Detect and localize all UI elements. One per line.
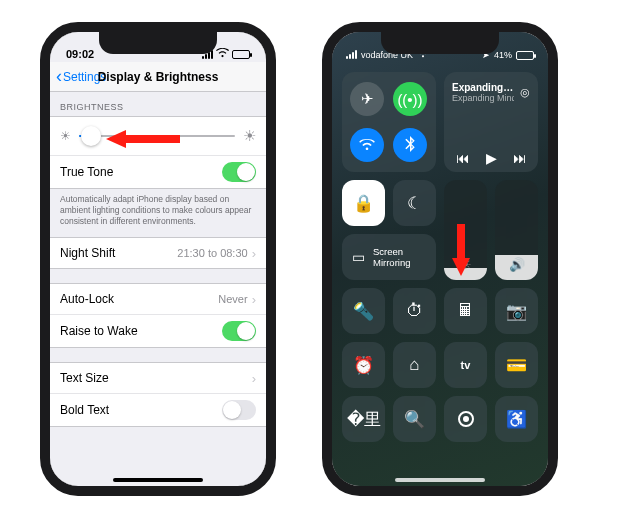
flashlight-icon: 🔦 [353, 301, 374, 322]
slider-thumb[interactable] [81, 126, 101, 146]
lock-icon: 🔒 [353, 193, 374, 214]
record-button[interactable] [444, 396, 487, 442]
magnifier-button[interactable]: 🔍 [393, 396, 436, 442]
battery-percent: 41% [494, 50, 512, 60]
bold-text-row[interactable]: Bold Text [50, 393, 266, 426]
chevron-right-icon: › [252, 371, 256, 386]
magnifier-icon: 🔍 [404, 409, 425, 430]
appletv-label: tv [461, 359, 471, 371]
next-track-button[interactable]: ⏭ [513, 150, 527, 166]
previous-track-button[interactable]: ⏮ [456, 150, 470, 166]
raise-to-wake-switch[interactable] [222, 321, 256, 341]
cellular-toggle[interactable]: ((•)) [393, 82, 427, 116]
phone-control-center: vodafone UK ➤ 41% ✈ ((•)) [322, 22, 558, 496]
qr-icon: �里 [347, 408, 381, 431]
bold-text-label: Bold Text [60, 403, 109, 417]
screen-mirroring-button[interactable]: ▭ Screen Mirroring [342, 234, 436, 280]
phone-settings: 09:02 ‹ Settings Display & Brightness BR… [40, 22, 276, 496]
control-center-grid: ✈ ((•)) Expanding Min… Expanding Mind ◎ [342, 72, 538, 442]
battery-icon [516, 51, 534, 60]
accessibility-icon: ♿ [506, 409, 527, 430]
volume-slider[interactable]: 🔊 [495, 180, 538, 280]
flashlight-button[interactable]: 🔦 [342, 288, 385, 334]
night-shift-label: Night Shift [60, 246, 115, 260]
true-tone-label: True Tone [60, 165, 113, 179]
home-indicator[interactable] [113, 478, 203, 482]
text-size-label: Text Size [60, 371, 109, 385]
alarm-icon: ⏰ [353, 355, 374, 376]
media-subtitle: Expanding Mind [452, 93, 514, 103]
nav-bar: ‹ Settings Display & Brightness [50, 62, 266, 92]
notch [99, 32, 217, 54]
section-header-brightness: BRIGHTNESS [50, 92, 266, 116]
night-shift-row[interactable]: Night Shift 21:30 to 08:30› [50, 238, 266, 268]
camera-icon: 📷 [506, 301, 527, 322]
qr-scanner-button[interactable]: �里 [342, 396, 385, 442]
brightness-slider[interactable]: ☀ [444, 180, 487, 280]
record-icon [458, 411, 474, 427]
chevron-right-icon: › [252, 246, 256, 261]
sun-max-icon: ☀ [243, 127, 256, 145]
bold-text-switch[interactable] [222, 400, 256, 420]
text-size-row[interactable]: Text Size › [50, 363, 266, 393]
night-shift-value: 21:30 to 08:30 [177, 247, 247, 259]
media-title: Expanding Min… [452, 82, 514, 93]
wifi-toggle[interactable] [350, 128, 384, 162]
timer-button[interactable]: ⏱ [393, 288, 436, 334]
airplane-icon: ✈ [361, 90, 374, 108]
sun-min-icon: ☀ [60, 129, 71, 143]
alarm-button[interactable]: ⏰ [342, 342, 385, 388]
status-time: 09:02 [66, 48, 94, 60]
home-button[interactable]: ⌂ [393, 342, 436, 388]
raise-to-wake-label: Raise to Wake [60, 324, 138, 338]
auto-lock-row[interactable]: Auto-Lock Never› [50, 284, 266, 314]
calculator-icon: 🖩 [457, 301, 474, 321]
true-tone-row[interactable]: True Tone [50, 155, 266, 188]
notch [381, 32, 499, 54]
antenna-icon: ((•)) [397, 91, 422, 108]
camera-button[interactable]: 📷 [495, 288, 538, 334]
calculator-button[interactable]: 🖩 [444, 288, 487, 334]
battery-icon [232, 50, 250, 59]
play-button[interactable]: ▶ [486, 150, 497, 166]
true-tone-description: Automatically adapt iPhone display based… [50, 189, 266, 237]
wallet-button[interactable]: 💳 [495, 342, 538, 388]
moon-icon: ☾ [407, 193, 422, 214]
chevron-right-icon: › [252, 292, 256, 307]
sun-icon: ☀ [444, 257, 487, 272]
airplay-icon[interactable]: ◎ [520, 86, 530, 99]
connectivity-module[interactable]: ✈ ((•)) [342, 72, 436, 172]
brightness-slider-row: ☀ ☀ [50, 117, 266, 155]
orientation-lock-button[interactable]: 🔒 [342, 180, 385, 226]
screen-mirroring-label: Screen Mirroring [373, 246, 426, 268]
home-icon: ⌂ [409, 355, 419, 375]
brightness-slider[interactable] [79, 135, 235, 137]
volume-icon: 🔊 [495, 257, 538, 272]
page-title: Display & Brightness [50, 70, 266, 84]
bluetooth-icon [405, 136, 415, 155]
true-tone-switch[interactable] [222, 162, 256, 182]
cellular-signal-icon [346, 50, 357, 59]
wallet-icon: 💳 [506, 355, 527, 376]
auto-lock-value: Never [218, 293, 247, 305]
do-not-disturb-button[interactable]: ☾ [393, 180, 436, 226]
home-indicator[interactable] [395, 478, 485, 482]
apple-tv-remote-button[interactable]: tv [444, 342, 487, 388]
auto-lock-label: Auto-Lock [60, 292, 114, 306]
bluetooth-toggle[interactable] [393, 128, 427, 162]
raise-to-wake-row[interactable]: Raise to Wake [50, 314, 266, 347]
accessibility-button[interactable]: ♿ [495, 396, 538, 442]
mirroring-icon: ▭ [352, 249, 365, 265]
airplane-toggle[interactable]: ✈ [350, 82, 384, 116]
media-module[interactable]: Expanding Min… Expanding Mind ◎ ⏮ ▶ ⏭ [444, 72, 538, 172]
wifi-icon [359, 137, 375, 154]
wifi-icon [216, 48, 229, 60]
timer-icon: ⏱ [406, 301, 423, 321]
